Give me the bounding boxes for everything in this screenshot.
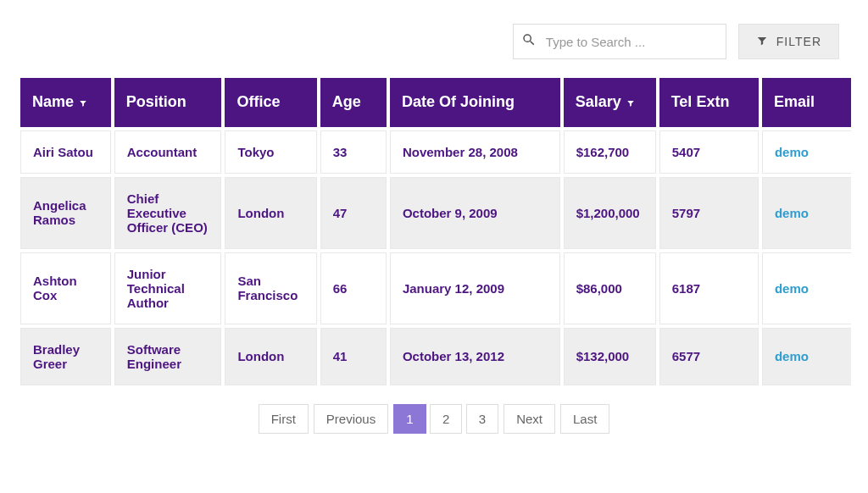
cell-name: Bradley Greer (20, 328, 111, 385)
cell-pos: Software Engineer (114, 328, 222, 385)
search-icon (521, 32, 537, 51)
cell-name: Angelica Ramos (20, 177, 111, 249)
data-table: NamePositionOfficeAgeDate Of JoiningSala… (17, 75, 851, 389)
filter-icon[interactable] (79, 94, 87, 112)
cell-doj: October 13, 2012 (390, 328, 560, 385)
page-number-1[interactable]: 1 (393, 404, 426, 434)
cell-email[interactable]: demo (762, 252, 851, 324)
column-header-salary[interactable]: Salary (564, 78, 656, 127)
column-header-label: Salary (576, 93, 621, 110)
cell-age: 41 (320, 328, 387, 385)
cell-email[interactable]: demo (762, 328, 851, 385)
page-next[interactable]: Next (504, 404, 555, 434)
filter-icon[interactable] (626, 94, 635, 112)
column-header-tel[interactable]: Tel Extn (659, 78, 759, 127)
cell-name: Ashton Cox (20, 252, 111, 324)
table-row: Airi SatouAccountantTokyo33November 28, … (20, 130, 851, 174)
column-header-email[interactable]: Email (762, 78, 851, 127)
page-previous[interactable]: Previous (314, 404, 388, 434)
cell-office: London (225, 177, 316, 249)
cell-doj: January 12, 2009 (390, 252, 560, 324)
page-last[interactable]: Last (560, 404, 609, 434)
cell-salary: $132,000 (564, 328, 656, 385)
page-number-2[interactable]: 2 (430, 404, 462, 434)
cell-pos: Chief Executive Officer (CEO) (114, 177, 222, 249)
cell-email[interactable]: demo (762, 177, 851, 249)
cell-tel: 5797 (659, 177, 759, 249)
filter-button[interactable]: FILTER (738, 24, 839, 59)
column-header-office[interactable]: Office (225, 78, 316, 127)
filter-button-label: FILTER (776, 35, 821, 48)
page-number-3[interactable]: 3 (466, 404, 498, 434)
cell-pos: Accountant (114, 130, 222, 174)
column-header-age[interactable]: Age (320, 78, 387, 127)
cell-salary: $162,700 (564, 130, 656, 174)
cell-doj: October 9, 2009 (390, 177, 560, 249)
page-first[interactable]: First (259, 404, 309, 434)
table-row: Ashton CoxJunior Technical AuthorSan Fra… (20, 252, 851, 324)
search-wrap (513, 24, 726, 59)
search-input[interactable] (513, 24, 726, 59)
cell-name: Airi Satou (20, 130, 111, 174)
pagination: First Previous 1 2 3 Next Last (12, 404, 856, 434)
cell-email[interactable]: demo (762, 130, 851, 174)
toolbar: FILTER (12, 24, 856, 59)
cell-tel: 5407 (659, 130, 759, 174)
column-header-label: Email (774, 93, 815, 110)
cell-office: Tokyo (225, 130, 316, 174)
cell-office: San Francisco (225, 252, 316, 324)
column-header-label: Position (126, 93, 186, 110)
table-row: Angelica RamosChief Executive Officer (C… (20, 177, 851, 249)
column-header-label: Office (236, 93, 280, 110)
table-row: Bradley GreerSoftware EngineerLondon41Oc… (20, 328, 851, 385)
column-header-label: Name (32, 93, 74, 110)
cell-age: 33 (320, 130, 387, 174)
cell-salary: $1,200,000 (564, 177, 656, 249)
filter-icon (756, 35, 768, 49)
cell-doj: November 28, 2008 (390, 130, 560, 174)
column-header-doj[interactable]: Date Of Joining (390, 78, 560, 127)
cell-age: 66 (320, 252, 387, 324)
cell-tel: 6577 (659, 328, 759, 385)
cell-office: London (225, 328, 316, 385)
table-scroll[interactable]: NamePositionOfficeAgeDate Of JoiningSala… (17, 75, 851, 389)
cell-tel: 6187 (659, 252, 759, 324)
column-header-label: Age (332, 93, 361, 110)
cell-pos: Junior Technical Author (114, 252, 222, 324)
cell-age: 47 (320, 177, 387, 249)
cell-salary: $86,000 (564, 252, 656, 324)
column-header-label: Date Of Joining (402, 93, 515, 110)
column-header-label: Tel Extn (671, 93, 730, 110)
column-header-pos[interactable]: Position (114, 78, 222, 127)
column-header-name[interactable]: Name (20, 78, 111, 127)
